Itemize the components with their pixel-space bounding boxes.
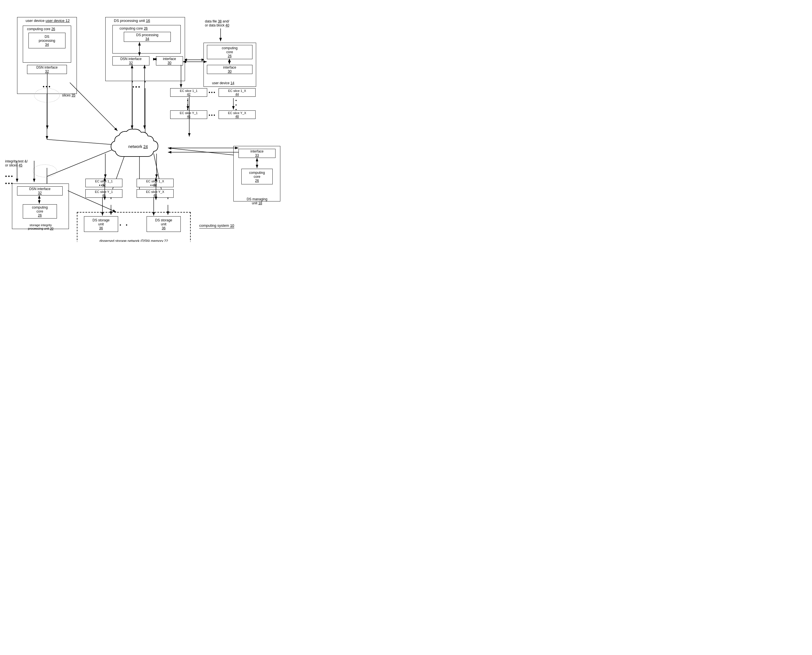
dots-ec-1-x-v: ••• — [235, 98, 237, 112]
dots-ec-bottom-h: ••• — [209, 113, 216, 118]
dsn-memory-label: dispersed storage network (DSN) memory 2… — [83, 239, 185, 242]
integrity-test-label: integrity test &/or slices 45 — [5, 159, 28, 167]
dots-ec-top-h: ••• — [209, 90, 216, 95]
diagram: user device user device 12 computing cor… — [0, 0, 285, 242]
ds-managing-unit-label: DS managingunit 18 — [236, 197, 278, 205]
dots-ec-bot-right-h: ••• — [150, 183, 156, 188]
ec-slice-1-x-44-top: EC slice 1_X 44 — [218, 88, 255, 97]
interface-30-ud14: interface 30 — [207, 65, 252, 74]
ds-processing-34-ud12: DSprocessing 34 — [28, 33, 65, 48]
computing-core-26-dmu: computingcore 26 — [241, 169, 273, 185]
computing-core-26-dpu16-label: computing core 26 — [120, 26, 148, 31]
dots-ud12: ••• — [43, 84, 52, 90]
computing-core-26-ud12-label: computing core 26 — [27, 27, 55, 31]
data-file-label: data file 38 and/or data block 40 — [205, 19, 229, 27]
ec-slice-1-1-42-top: EC slice 1_1 42 — [170, 88, 207, 97]
dots-siu-left: ••• — [5, 181, 14, 187]
computing-system-10-label: computing system 10 — [199, 223, 234, 229]
ds-storage-36-right: DS storageunit 36 — [146, 216, 181, 232]
dots-ec-bot-left-h: ••• — [99, 183, 105, 188]
svg-line-29 — [168, 148, 242, 156]
interface-30-dpu16: interface 30 — [156, 56, 183, 65]
computing-core-26-ud14: computingcore 26 — [207, 45, 252, 59]
dots-dpu16: ••• — [132, 84, 141, 90]
user-device-14-label: user device 14 — [212, 81, 234, 85]
ds-processing-unit-16-label: DS processing unit 16 — [114, 18, 150, 23]
data-file-arrow — [214, 27, 228, 44]
dsn-interface-32-dpu16: DSN interface 32 — [112, 56, 149, 65]
computing-core-26-siu: computingcore 26 — [23, 204, 57, 218]
slices-label: slices 35 — [62, 93, 75, 97]
svg-text:network 24: network 24 — [128, 144, 148, 149]
integrity-slices-oval — [33, 165, 57, 177]
network-cloud: network 24 — [105, 128, 171, 165]
ud12-to-network-diag — [70, 83, 120, 132]
dots-siu-top: ••• — [5, 174, 14, 180]
dsn-interface-32-ud12: DSN interface 32 — [27, 65, 67, 74]
dsn-interface-32-siu: DSN interface 32 — [17, 186, 63, 195]
user-device-12-label: user device user device 12 — [26, 18, 70, 23]
dots-ds-storage: • • — [120, 223, 129, 228]
ec-slice-y-x-48-bot-right: EC slice Y_X 48 — [137, 189, 174, 198]
dots-ec-1-1-v: ••• — [187, 98, 188, 112]
svg-line-54 — [70, 83, 118, 131]
ds-storage-36-left: DS storageunit 36 — [84, 216, 118, 232]
storage-integrity-unit-label: storage integrityprocessing unit 20 — [14, 223, 68, 230]
network-to-dmu-arrow — [168, 144, 242, 152]
ec-slice-y-x-48-top: EC slice Y_X 48 — [218, 111, 255, 119]
dmu-to-network-arrow — [168, 148, 242, 157]
ec-slice-y-1-46-bot-left: EC slice Y_1 46 — [85, 189, 122, 198]
ec-slice-y-1-46-top: EC slice Y_1 46 — [170, 111, 207, 119]
interface-33-dmu: interface 33 — [238, 149, 275, 158]
ds-processing-34-dpu16: DS processing 34 — [124, 32, 171, 42]
